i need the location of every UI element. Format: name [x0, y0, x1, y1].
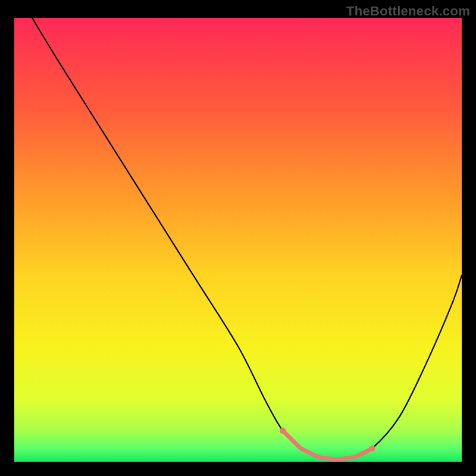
optimal-band-start-dot	[280, 428, 286, 434]
chart-frame: TheBottleneck.com	[0, 0, 476, 476]
plot-area	[14, 18, 462, 462]
chart-svg	[14, 18, 462, 462]
optimal-band-end-dot	[369, 445, 375, 451]
gradient-background	[14, 18, 462, 462]
watermark-text: TheBottleneck.com	[346, 4, 470, 19]
